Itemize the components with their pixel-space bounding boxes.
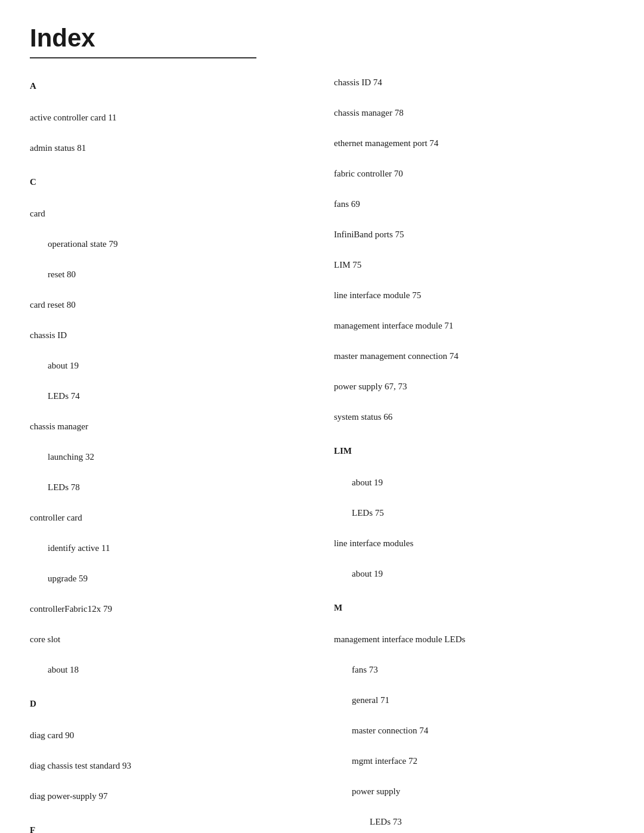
index-entry: about 19 (48, 358, 310, 374)
index-entry: LEDs 74 (48, 389, 310, 404)
index-entry: management interface module LEDs (334, 632, 614, 648)
index-letter-f: F (30, 823, 310, 833)
page-title: Index (30, 24, 614, 52)
index-entry: card (30, 206, 310, 222)
index-entry: operational state 79 (48, 237, 310, 252)
index-entry: ethernet management port 74 (334, 136, 614, 151)
index-entry: controllerFabric12x 79 (30, 602, 310, 617)
index-columns: Aactive controller card 11admin status 8… (30, 75, 614, 833)
index-entry: about 19 (352, 475, 614, 491)
index-entry: system status 66 (334, 410, 614, 425)
index-entry: general 71 (352, 693, 614, 708)
index-entry: power supply (352, 784, 614, 800)
index-entry: diag card 90 (30, 728, 310, 744)
index-entry: mgmt interface 72 (352, 754, 614, 769)
index-entry: LEDs 78 (48, 480, 310, 496)
index-entry: diag power-supply 97 (30, 789, 310, 804)
index-letter-c: C (30, 175, 310, 190)
index-entry: line interface module 75 (334, 288, 614, 304)
index-entry: chassis ID 74 (334, 75, 614, 91)
index-entry: reset 80 (48, 267, 310, 283)
index-entry: fans 73 (352, 662, 614, 678)
index-letter-m: M (334, 600, 614, 616)
index-entry: InfiniBand ports 75 (334, 227, 614, 243)
index-entry: about 18 (48, 662, 310, 678)
index-entry: identify active 11 (48, 541, 310, 556)
index-entry: power supply 67, 73 (334, 379, 614, 395)
index-entry: line interface modules (334, 536, 614, 552)
index-entry: LEDs 75 (352, 506, 614, 521)
index-letter-d: D (30, 696, 310, 712)
title-divider (30, 57, 256, 58)
index-entry: master management connection 74 (334, 349, 614, 364)
index-entry: fans 69 (334, 197, 614, 212)
index-entry: admin status 81 (30, 141, 310, 156)
index-entry: diag chassis test standard 93 (30, 758, 310, 774)
left-column: Aactive controller card 11admin status 8… (30, 75, 310, 833)
index-entry: master connection 74 (352, 723, 614, 739)
index-entry: controller card (30, 510, 310, 526)
index-entry: about 19 (352, 566, 614, 582)
index-entry: core slot (30, 632, 310, 648)
index-entry: chassis ID (30, 328, 310, 343)
index-entry: launching 32 (48, 450, 310, 465)
index-entry: card reset 80 (30, 298, 310, 313)
index-letter-a: A (30, 79, 310, 94)
index-entry: chassis manager 78 (334, 106, 614, 121)
index-entry: LIM 75 (334, 258, 614, 273)
index-entry: upgrade 59 (48, 571, 310, 587)
index-entry: LEDs 73 (370, 815, 614, 830)
index-entry: chassis manager (30, 419, 310, 435)
index-entry: active controller card 11 (30, 110, 310, 126)
right-column: chassis ID 74chassis manager 78ethernet … (334, 75, 614, 833)
index-letter-lim: LIM (334, 444, 614, 459)
index-entry: fabric controller 70 (334, 166, 614, 182)
index-entry: management interface module 71 (334, 318, 614, 334)
